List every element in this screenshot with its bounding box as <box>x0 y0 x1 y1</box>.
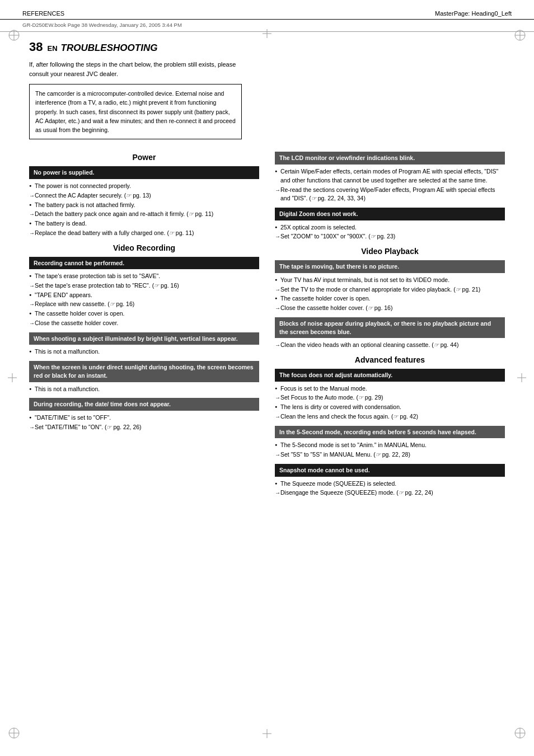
list-item: 25X optical zoom is selected. <box>275 223 505 232</box>
intro-text: If, after following the steps in the cha… <box>29 60 242 78</box>
list-item: Clean the video heads with an optional c… <box>275 341 505 350</box>
digital-zoom-list: 25X optical zoom is selected. Set "ZOOM"… <box>275 223 505 242</box>
focus-not-adjust-heading: The focus does not adjust automatically. <box>275 369 505 382</box>
list-item: This is not a malfunction. <box>29 385 259 394</box>
list-item: Clean the lens and check the focus again… <box>275 412 505 421</box>
list-item: Certain Wipe/Fader effects, certain mode… <box>275 167 505 185</box>
main-content: 38 EN TROUBLESHOOTING If, after followin… <box>0 32 534 511</box>
list-item: Replace the dead battery with a fully ch… <box>29 229 259 238</box>
page-number: 38 <box>29 40 43 54</box>
list-item: The cassette holder cover is open. <box>275 294 505 303</box>
header-left-label: REFERENCES <box>22 10 64 17</box>
page-title-row: 38 EN TROUBLESHOOTING <box>29 40 505 54</box>
list-item: Detach the battery pack once again and r… <box>29 210 259 219</box>
recording-cannot-heading: Recording cannot be performed. <box>29 257 259 270</box>
sunlight-heading: When the screen is under direct sunlight… <box>29 361 259 382</box>
list-item: "TAPE END" appears. <box>29 291 259 300</box>
list-item: This is not a malfunction. <box>29 348 259 356</box>
page-section-title: TROUBLESHOOTING <box>61 43 158 54</box>
left-column: Power No power is supplied. The power is… <box>29 147 259 500</box>
center-mark-left <box>8 373 17 383</box>
notice-box: The camcorder is a microcomputer-control… <box>29 84 242 139</box>
power-section-heading: Power <box>29 153 259 162</box>
list-item: The battery pack is not attached firmly. <box>29 201 259 210</box>
sunlight-list: This is not a malfunction. <box>29 385 259 394</box>
list-item: Focus is set to the Manual mode. <box>275 384 505 393</box>
focus-not-adjust-list: Focus is set to the Manual mode. Set Foc… <box>275 384 505 421</box>
list-item: Set "5S" to "5S" in MANUAL Menu. (☞ pg. … <box>275 450 505 459</box>
list-item: Set the tape's erase protection tab to "… <box>29 281 259 290</box>
date-time-heading: During recording, the date/ time does no… <box>29 398 259 411</box>
list-item: The 5-Second mode is set to "Anim." in M… <box>275 441 505 450</box>
list-item: Close the cassette holder cover. <box>29 319 259 328</box>
no-power-heading: No power is supplied. <box>29 166 259 179</box>
tape-moving-list: Your TV has AV input terminals, but is n… <box>275 276 505 313</box>
tape-moving-heading: The tape is moving, but there is no pict… <box>275 260 505 273</box>
top-header: REFERENCES MasterPage: Heading0_Left <box>0 0 534 20</box>
advanced-features-heading: Advanced features <box>275 355 505 364</box>
five-second-mode-heading: In the 5-Second mode, recording ends bef… <box>275 426 505 439</box>
list-item: Set Focus to the Auto mode. (☞ pg. 29) <box>275 393 505 402</box>
header-right-label: MasterPage: Heading0_Left <box>435 10 512 17</box>
five-second-mode-list: The 5-Second mode is set to "Anim." in M… <box>275 441 505 459</box>
corner-mark-br <box>514 727 526 739</box>
snapshot-cannot-list: The Squeeze mode (SQUEEZE) is selected. … <box>275 480 505 498</box>
recording-cannot-list: The tape's erase protection tab is set t… <box>29 272 259 328</box>
center-mark-right <box>517 373 526 383</box>
list-item: "DATE/TIME" is set to "OFF". <box>29 414 259 422</box>
snapshot-cannot-heading: Snapshot mode cannot be used. <box>275 464 505 477</box>
corner-mark-bl <box>8 727 20 739</box>
video-playback-heading: Video Playback <box>275 247 505 256</box>
list-item: The lens is dirty or covered with conden… <box>275 403 505 412</box>
page: REFERENCES MasterPage: Heading0_Left GR-… <box>0 0 534 756</box>
list-item: The battery is dead. <box>29 219 259 228</box>
list-item: Set "ZOOM" to "100X" or "900X". (☞ pg. 2… <box>275 232 505 241</box>
list-item: The power is not connected properly. <box>29 182 259 191</box>
sub-header-label: GR-D250EW.book Page 38 Wednesday, Januar… <box>22 22 182 28</box>
lcd-blink-list: Certain Wipe/Fader effects, certain mode… <box>275 167 505 203</box>
list-item: Set the TV to the mode or channel approp… <box>275 285 505 294</box>
noise-blocks-list: Clean the video heads with an optional c… <box>275 341 505 350</box>
video-recording-heading: Video Recording <box>29 243 259 252</box>
list-item: The tape's erase protection tab is set t… <box>29 272 259 281</box>
list-item: Replace with new cassette. (☞ pg. 16) <box>29 300 259 309</box>
no-power-list: The power is not connected properly. Con… <box>29 182 259 238</box>
bright-light-heading: When shooting a subject illuminated by b… <box>29 332 259 345</box>
corner-mark-tl <box>8 29 20 41</box>
date-time-list: "DATE/TIME" is set to "OFF". Set "DATE/T… <box>29 414 259 432</box>
two-col-layout: Power No power is supplied. The power is… <box>29 147 505 500</box>
list-item: Re-read the sections covering Wipe/Fader… <box>275 186 505 204</box>
center-mark-bottom <box>263 729 271 739</box>
corner-mark-tr <box>514 29 526 41</box>
list-item: Set "DATE/TIME" to "ON". (☞ pg. 22, 26) <box>29 423 259 432</box>
lcd-blink-heading: The LCD monitor or viewfinder indication… <box>275 152 505 165</box>
noise-blocks-heading: Blocks of noise appear during playback, … <box>275 317 505 338</box>
list-item: The cassette holder cover is open. <box>29 309 259 318</box>
center-mark-top <box>263 29 271 39</box>
right-column: The LCD monitor or viewfinder indication… <box>275 147 505 500</box>
list-item: Disengage the Squeeze (SQUEEZE) mode. (☞… <box>275 489 505 497</box>
list-item: Connect the AC Adapter securely. (☞ pg. … <box>29 191 259 200</box>
bright-light-list: This is not a malfunction. <box>29 348 259 356</box>
list-item: The Squeeze mode (SQUEEZE) is selected. <box>275 480 505 489</box>
page-en-label: EN <box>47 44 57 53</box>
list-item: Close the cassette holder cover. (☞ pg. … <box>275 304 505 313</box>
list-item: Your TV has AV input terminals, but is n… <box>275 276 505 285</box>
digital-zoom-heading: Digital Zoom does not work. <box>275 208 505 220</box>
